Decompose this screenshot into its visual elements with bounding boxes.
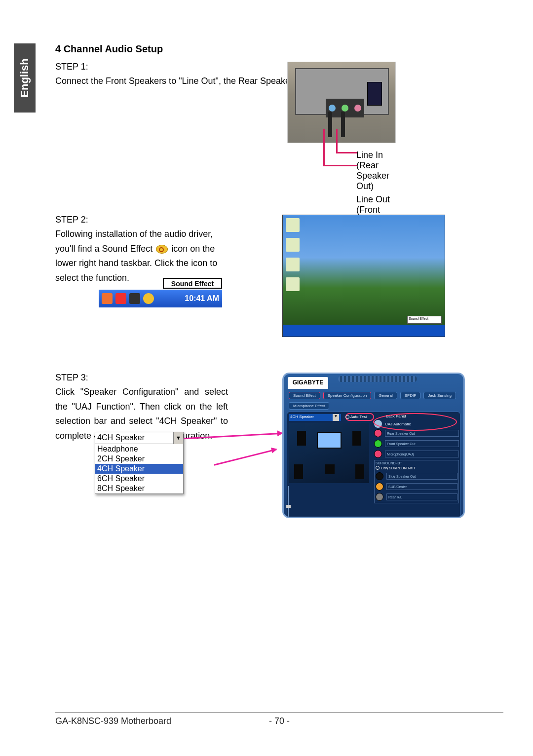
figure-io-panel: Line In (Rear Speaker Out) Line Out (Fro…	[282, 62, 445, 236]
step2-text: Following installation of the audio driv…	[55, 227, 228, 286]
port-rear-rl-label: Rear R/L	[386, 493, 457, 500]
window-grip-icon	[338, 376, 417, 382]
language-label: English	[18, 58, 31, 97]
tray-icon-1[interactable]	[102, 293, 113, 304]
window-body: 4CH Speaker ▼ Auto Test Back Panel	[287, 412, 460, 518]
jack-line-in-icon	[329, 105, 336, 112]
surround-kit-group: SURROUND-KIT Only SURROUND-KIT Side Spea…	[374, 460, 459, 503]
speaker-rear-right-icon	[355, 464, 364, 479]
speaker-front-left-icon	[297, 431, 306, 446]
surround-kit-title: SURROUND-KIT	[376, 461, 457, 465]
speaker-rear-left-icon	[294, 464, 303, 479]
io-shield	[295, 68, 389, 115]
desktop-icon	[286, 218, 300, 232]
tab-jack-sensing[interactable]: Jack Sensing	[423, 392, 456, 399]
speaker-dropdown-zoom: 4CH Speaker ▼ Headphone 2CH Speaker 4CH …	[95, 432, 184, 494]
lead-line-in	[336, 129, 338, 152]
tab-mic-effect[interactable]: Microphone Effect	[289, 402, 329, 410]
section-title: 4 Channel Audio Setup	[55, 43, 503, 55]
tab-spdif[interactable]: SPDIF	[400, 392, 421, 399]
auto-test-radio[interactable]: Auto Test	[345, 415, 367, 419]
subwoofer-icon	[325, 464, 335, 474]
step3-label: STEP 3:	[55, 373, 228, 383]
tray-icon-2[interactable]	[115, 293, 126, 304]
port-mic-label: Microphone(UAJ)	[385, 451, 459, 457]
speaker-dropdown-value: 4CH Speaker	[97, 433, 145, 442]
page-footer: GA-K8NSC-939 Motherboard - 70 -	[55, 713, 503, 726]
step2: STEP 2: Following installation of the au…	[55, 215, 503, 343]
speaker-dropdown-list: Headphone 2CH Speaker 4CH Speaker 6CH Sp…	[95, 444, 183, 493]
dropdown-item-2ch[interactable]: 2CH Speaker	[95, 454, 183, 464]
desktop-icon	[286, 277, 300, 291]
volume-slider[interactable]	[286, 486, 291, 517]
port-side-icon	[376, 472, 383, 480]
desktop-icon	[286, 258, 300, 271]
tab-sound-effect[interactable]: Sound Effect	[289, 392, 320, 399]
port-rear-rl-icon	[376, 493, 383, 501]
tv-icon	[317, 432, 342, 449]
dropdown-item-6ch[interactable]: 6CH Speaker	[95, 474, 183, 484]
room-diagram	[289, 423, 369, 483]
step2-label: STEP 2:	[55, 215, 228, 225]
cable-2	[341, 112, 345, 137]
jack-panel: Back Panel UAJ Automatic Rear Speaker Ou…	[374, 414, 459, 503]
desktop-taskbar	[283, 325, 445, 337]
port-sub-icon	[376, 483, 383, 491]
chevron-down-icon[interactable]: ▼	[173, 432, 183, 444]
port-rear-label: Rear Speaker Out	[385, 430, 459, 437]
tab-general[interactable]: General	[374, 392, 397, 399]
port-rear-icon	[374, 429, 382, 437]
footer-product: GA-K8NSC-939 Motherboard	[55, 716, 171, 726]
sound-effect-icon	[156, 245, 168, 254]
callout-arrow-1	[214, 449, 277, 465]
cable-1	[328, 112, 332, 137]
tab-speaker-config[interactable]: Speaker Configuration	[323, 392, 372, 399]
step3: STEP 3: Click "Speaker Configuration" an…	[55, 373, 503, 530]
port-front-icon	[374, 440, 382, 448]
port-side-label: Side Speaker Out	[386, 473, 457, 480]
dropdown-item-headphone[interactable]: Headphone	[95, 444, 183, 454]
figure-desktop: Sound Effect	[282, 215, 445, 337]
taskbar: 10:41 AM	[99, 290, 222, 307]
window-brand: GIGABYTE	[288, 377, 328, 389]
speaker-front-right-icon	[352, 431, 361, 446]
language-tab: English	[14, 43, 36, 113]
port-sub-label: SUB/Center	[386, 483, 457, 490]
port-block	[367, 82, 382, 106]
desktop-icon	[286, 238, 300, 252]
sound-effect-tip-small: Sound Effect	[407, 316, 442, 324]
taskbar-clock: 10:41 AM	[185, 294, 219, 303]
port-front-label: Front Speaker Out	[385, 440, 459, 447]
lead-line-out	[323, 129, 325, 165]
lead-line-in-h	[336, 152, 357, 153]
dropdown-item-8ch[interactable]: 8CH Speaker	[95, 484, 183, 493]
chevron-down-icon[interactable]: ▼	[333, 414, 339, 421]
footer-page-number: - 70 -	[269, 716, 290, 726]
taskbar-zoom: Sound Effect 10:41 AM	[99, 278, 222, 308]
sound-effect-tooltip: Sound Effect	[163, 278, 222, 289]
jack-mic-icon	[354, 105, 361, 112]
speaker-dropdown-selected[interactable]: 4CH Speaker ▼	[95, 432, 183, 444]
speaker-config-window: GIGABYTE Sound Effect Speaker Configurat…	[282, 373, 465, 518]
highlight-circle-uaj	[373, 413, 457, 431]
only-surround-radio[interactable]: Only SURROUND-KIT	[376, 466, 457, 470]
window-tabs: Sound Effect Speaker Configuration Gener…	[289, 392, 458, 410]
tray-sound-effect-icon[interactable]	[143, 293, 154, 304]
step1: STEP 1: Connect the Front Speakers to "L…	[55, 62, 503, 185]
page-content: 4 Channel Audio Setup STEP 1: Connect th…	[55, 43, 503, 550]
tray-icon-3[interactable]	[129, 293, 140, 304]
io-photo	[287, 62, 396, 143]
dropdown-item-4ch[interactable]: 4CH Speaker	[95, 464, 183, 474]
callout-line-in: Line In (Rear Speaker Out)	[356, 150, 396, 191]
lead-line-out-h	[323, 165, 357, 166]
jack-line-out-icon	[342, 105, 348, 112]
port-mic-icon	[374, 450, 382, 458]
